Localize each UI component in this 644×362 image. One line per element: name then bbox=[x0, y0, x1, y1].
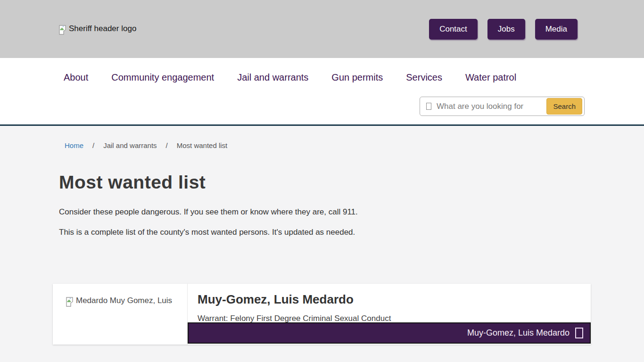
nav-item-jail-and-warrants[interactable]: Jail and warrants bbox=[237, 72, 308, 83]
broken-image-icon bbox=[66, 297, 75, 307]
wanted-accordion-header[interactable]: Muy-Gomez, Luis Medardo bbox=[188, 322, 591, 344]
accordion-toggle-icon bbox=[575, 328, 583, 338]
contact-button[interactable]: Contact bbox=[429, 19, 478, 40]
wanted-warrant-text: Warrant: Felony First Degree Criminal Se… bbox=[198, 314, 591, 323]
nav-item-water-patrol[interactable]: Water patrol bbox=[465, 72, 516, 83]
broken-image-icon bbox=[59, 25, 68, 35]
wanted-photo-broken-image: Medardo Muy Gomez, Luis bbox=[66, 296, 187, 306]
nav-item-community-engagement[interactable]: Community engagement bbox=[111, 72, 214, 83]
breadcrumb-home-link[interactable]: Home bbox=[65, 141, 83, 149]
nav-links: About Community engagement Jail and warr… bbox=[0, 58, 644, 83]
jobs-button[interactable]: Jobs bbox=[487, 19, 525, 40]
wanted-photo-area: Medardo Muy Gomez, Luis bbox=[53, 284, 188, 345]
wanted-person-name: Muy-Gomez, Luis Medardo bbox=[198, 292, 591, 307]
header-logo[interactable]: Sheriff header logo bbox=[59, 24, 136, 34]
wanted-photo-alt-text: Medardo Muy Gomez, Luis bbox=[76, 296, 172, 305]
nav-item-services[interactable]: Services bbox=[406, 72, 442, 83]
page-title: Most wanted list bbox=[59, 172, 206, 193]
breadcrumb: Home / Jail and warrants / Most wanted l… bbox=[65, 141, 227, 149]
intro-paragraph-danger: Consider these people dangerous. If you … bbox=[59, 207, 358, 217]
search-icon bbox=[426, 103, 431, 110]
page-content: Home / Jail and warrants / Most wanted l… bbox=[0, 126, 644, 362]
header-buttons: Contact Jobs Media bbox=[429, 19, 578, 40]
breadcrumb-most-wanted-list: Most wanted list bbox=[177, 141, 228, 149]
intro-paragraph-list: This is a complete list of the county's … bbox=[59, 228, 355, 237]
media-button[interactable]: Media bbox=[535, 19, 578, 40]
breadcrumb-jail-and-warrants: Jail and warrants bbox=[103, 141, 157, 149]
site-search: Search bbox=[420, 97, 585, 116]
logo-alt-text: Sheriff header logo bbox=[69, 24, 136, 33]
breadcrumb-separator: / bbox=[166, 141, 168, 149]
search-button[interactable]: Search bbox=[546, 98, 582, 115]
main-navigation: About Community engagement Jail and warr… bbox=[0, 58, 644, 126]
search-input[interactable] bbox=[437, 102, 546, 111]
accordion-person-label: Muy-Gomez, Luis Medardo bbox=[467, 328, 570, 338]
breadcrumb-separator: / bbox=[92, 141, 94, 149]
nav-item-about[interactable]: About bbox=[64, 72, 88, 83]
nav-item-gun-permits[interactable]: Gun permits bbox=[331, 72, 383, 83]
site-header: Sheriff header logo Contact Jobs Media bbox=[0, 0, 644, 58]
